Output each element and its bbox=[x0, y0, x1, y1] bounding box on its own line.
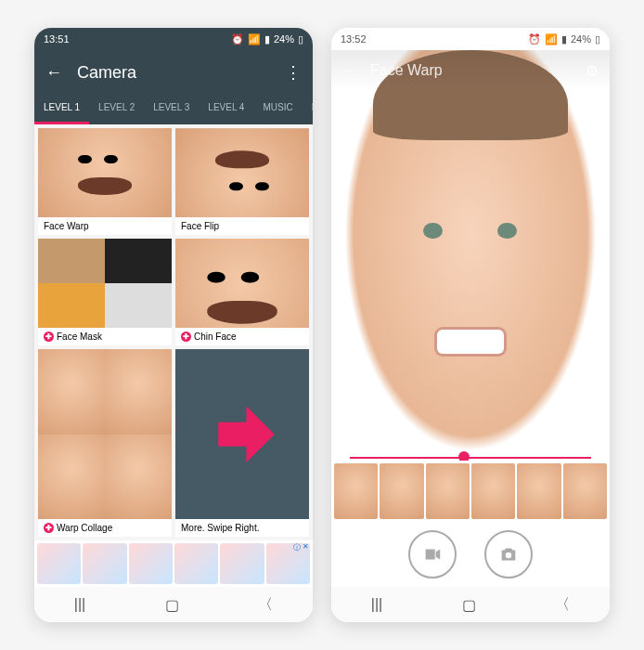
tab-level4[interactable]: LEVEL 4 bbox=[199, 95, 253, 124]
capture-controls bbox=[331, 522, 610, 587]
battery-text: 24% bbox=[571, 33, 591, 45]
nav-home-icon[interactable]: ▢ bbox=[165, 596, 179, 614]
camera-icon bbox=[498, 544, 519, 565]
back-icon[interactable]: ← bbox=[45, 63, 62, 83]
tile-thumbnail bbox=[175, 128, 309, 217]
nav-back-icon[interactable]: 〈 bbox=[258, 595, 273, 615]
wifi-icon: 📶 bbox=[545, 33, 558, 46]
tile-label: ✚Face Mask bbox=[38, 328, 172, 345]
tile-chin-face[interactable]: ✚Chin Face bbox=[175, 239, 309, 345]
nav-recents-icon[interactable]: ||| bbox=[371, 596, 382, 613]
take-photo-button[interactable] bbox=[484, 530, 533, 578]
nav-recents-icon[interactable]: ||| bbox=[74, 596, 85, 613]
effect-thumbnails bbox=[331, 461, 610, 522]
ad-item bbox=[83, 543, 126, 584]
wifi-icon: 📶 bbox=[248, 33, 261, 46]
tab-bet[interactable]: BET bbox=[303, 95, 313, 124]
status-time: 13:52 bbox=[341, 33, 367, 45]
battery-icon: ▯ bbox=[298, 33, 303, 46]
app-bar: ← Camera ⋮ bbox=[34, 50, 313, 95]
tab-level3[interactable]: LEVEL 3 bbox=[144, 95, 199, 124]
tile-face-flip[interactable]: Face Flip bbox=[175, 128, 309, 235]
battery-text: 24% bbox=[274, 33, 294, 45]
level-tabs: LEVEL 1 LEVEL 2 LEVEL 3 LEVEL 4 MUSIC BE… bbox=[34, 95, 313, 124]
tile-label: Face Flip bbox=[175, 217, 309, 235]
video-icon bbox=[422, 544, 443, 565]
face-image bbox=[331, 50, 610, 461]
ad-item bbox=[220, 543, 264, 584]
signal-icon: ▮ bbox=[561, 33, 567, 46]
ad-info[interactable]: ⓘ ✕ bbox=[293, 542, 309, 552]
nav-bar: ||| ▢ 〈 bbox=[34, 587, 313, 622]
ad-item bbox=[129, 543, 173, 584]
tile-thumbnail bbox=[175, 349, 309, 519]
effect-thumb[interactable] bbox=[334, 463, 378, 519]
status-indicators: ⏰ 📶 ▮ 24% ▯ bbox=[231, 33, 303, 46]
alarm-icon: ⏰ bbox=[528, 33, 541, 46]
app-title: Face Warp bbox=[370, 62, 586, 79]
status-time: 13:51 bbox=[44, 33, 70, 45]
signal-icon: ▮ bbox=[264, 33, 270, 46]
warp-slider[interactable] bbox=[350, 457, 591, 459]
effect-thumb[interactable] bbox=[471, 463, 515, 519]
tab-level1[interactable]: LEVEL 1 bbox=[34, 95, 89, 124]
ad-item bbox=[174, 543, 218, 584]
info-icon: ⓘ bbox=[293, 542, 301, 552]
battery-icon: ▯ bbox=[595, 33, 600, 46]
premium-badge-icon: ✚ bbox=[181, 332, 191, 342]
nav-bar: ||| ▢ 〈 bbox=[331, 587, 610, 622]
effect-thumb[interactable] bbox=[426, 463, 470, 519]
status-bar: 13:51 ⏰ 📶 ▮ 24% ▯ bbox=[34, 28, 313, 50]
back-icon[interactable]: ← bbox=[342, 62, 357, 79]
tile-thumbnail bbox=[175, 239, 309, 328]
more-icon[interactable]: ⋮ bbox=[285, 62, 302, 83]
phone-face-warp-editor: 13:52 ⏰ 📶 ▮ 24% ▯ ← Face Warp ⚙ bbox=[331, 28, 610, 622]
tile-label: Face Warp bbox=[38, 217, 172, 235]
svg-point-0 bbox=[506, 552, 511, 558]
effect-grid: Face Warp Face Flip ✚Face Mask ✚Chin Fac… bbox=[34, 124, 313, 540]
tile-face-warp[interactable]: Face Warp bbox=[38, 128, 172, 235]
tile-warp-collage[interactable]: ✚Warp Collage bbox=[38, 349, 172, 537]
phone-camera-levels: 13:51 ⏰ 📶 ▮ 24% ▯ ← Camera ⋮ LEVEL 1 LEV… bbox=[34, 28, 313, 622]
premium-badge-icon: ✚ bbox=[44, 523, 54, 533]
tile-thumbnail bbox=[38, 349, 172, 519]
slider-thumb[interactable] bbox=[458, 451, 470, 461]
tab-level2[interactable]: LEVEL 2 bbox=[89, 95, 144, 124]
record-video-button[interactable] bbox=[408, 530, 457, 578]
settings-icon[interactable]: ⚙ bbox=[586, 62, 599, 80]
ad-banner[interactable]: ⓘ ✕ bbox=[34, 540, 313, 587]
effect-thumb[interactable] bbox=[517, 463, 560, 519]
status-bar: 13:52 ⏰ 📶 ▮ 24% ▯ bbox=[331, 28, 610, 50]
status-indicators: ⏰ 📶 ▮ 24% ▯ bbox=[528, 33, 600, 46]
effect-thumb[interactable] bbox=[563, 463, 607, 519]
arrow-right-icon bbox=[202, 384, 282, 486]
tile-label: ✚Warp Collage bbox=[38, 519, 172, 537]
effect-thumb[interactable] bbox=[380, 463, 423, 519]
tab-music[interactable]: MUSIC bbox=[253, 95, 302, 124]
tile-face-mask[interactable]: ✚Face Mask bbox=[38, 239, 172, 345]
nav-home-icon[interactable]: ▢ bbox=[462, 596, 476, 614]
tile-thumbnail bbox=[38, 128, 172, 217]
premium-badge-icon: ✚ bbox=[44, 332, 54, 342]
tile-thumbnail bbox=[38, 239, 172, 328]
ad-item bbox=[37, 543, 81, 584]
tile-label: More. Swipe Right. bbox=[175, 519, 309, 537]
alarm-icon: ⏰ bbox=[231, 33, 244, 46]
face-preview[interactable] bbox=[331, 50, 610, 461]
app-title: Camera bbox=[77, 63, 285, 83]
close-ad-icon[interactable]: ✕ bbox=[303, 542, 309, 552]
app-bar-overlay: ← Face Warp ⚙ bbox=[331, 50, 610, 91]
tile-more-swipe[interactable]: More. Swipe Right. bbox=[175, 349, 309, 537]
tile-label: ✚Chin Face bbox=[175, 328, 309, 345]
nav-back-icon[interactable]: 〈 bbox=[555, 595, 570, 615]
